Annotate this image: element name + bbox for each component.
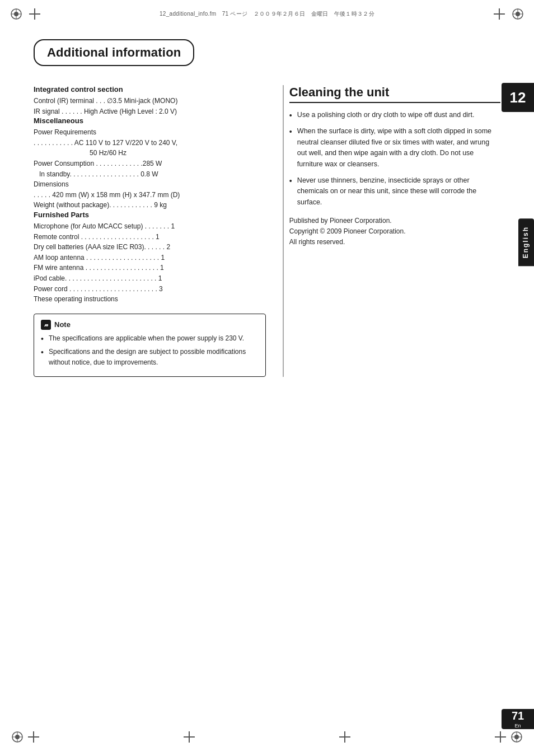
note-icon: 𝓃 bbox=[41, 320, 51, 330]
furnished-line-2: Remote control . . . . . . . . . . . . .… bbox=[34, 232, 266, 242]
furnished-line-4: AM loop antenna . . . . . . . . . . . . … bbox=[34, 253, 266, 263]
english-tab: English bbox=[518, 218, 534, 266]
furnished-line-5: FM wire antenna . . . . . . . . . . . . … bbox=[34, 263, 266, 273]
chapter-number: 12 bbox=[510, 89, 526, 106]
cleaning-bullets-list: Use a polishing cloth or dry cloth to wi… bbox=[289, 110, 500, 208]
note-header: 𝓃 Note bbox=[41, 320, 259, 330]
file-info: 12_additional_info.fm 71 ページ ２００９年２月６日 金… bbox=[40, 10, 494, 18]
furnished-line-7: Power cord . . . . . . . . . . . . . . .… bbox=[34, 284, 266, 295]
miscellaneous-heading: Miscellaneous bbox=[34, 116, 266, 125]
bottom-center-cross-1 bbox=[184, 731, 195, 743]
furnished-parts-section: Furnished Parts Microphone (for Auto MCA… bbox=[34, 211, 266, 305]
bottom-center-marks bbox=[339, 731, 350, 743]
misc-line-5: In standby. . . . . . . . . . . . . . . … bbox=[34, 169, 266, 180]
published-line-2: Copyright © 2009 Pioneer Corporation. bbox=[289, 226, 500, 237]
top-right-marks bbox=[494, 8, 524, 20]
misc-line-4: Power Consumption . . . . . . . . . . . … bbox=[34, 158, 266, 169]
published-line-1: Published by Pioneer Corporation. bbox=[289, 216, 500, 226]
two-column-layout: Integrated control section Control (IR) … bbox=[34, 85, 500, 377]
integrated-line-1: Control (IR) terminal . . . ∅3.5 Mini-ja… bbox=[34, 96, 266, 106]
bottom-center-cross-2 bbox=[339, 731, 350, 743]
miscellaneous-section: Miscellaneous Power Requirements . . . .… bbox=[34, 116, 266, 211]
page-number: 71 bbox=[512, 710, 524, 722]
right-column: Cleaning the unit Use a polishing cloth … bbox=[283, 85, 500, 377]
bottom-left-cross bbox=[28, 731, 39, 743]
bottom-registration-row bbox=[0, 726, 534, 748]
page-title: Additional information bbox=[47, 45, 181, 60]
integrated-line-2: IR signal . . . . . . High Active (High … bbox=[34, 106, 266, 117]
top-left-marks bbox=[10, 8, 40, 20]
furnished-parts-heading: Furnished Parts bbox=[34, 211, 266, 219]
misc-line-8: Weight (without package). . . . . . . . … bbox=[34, 200, 266, 211]
furnished-line-6: iPod cable. . . . . . . . . . . . . . . … bbox=[34, 273, 266, 284]
left-column: Integrated control section Control (IR) … bbox=[34, 85, 266, 377]
misc-line-7: . . . . . 420 mm (W) x 158 mm (H) x 347.… bbox=[34, 190, 266, 200]
bottom-center-left-marks bbox=[184, 731, 195, 743]
furnished-line-3: Dry cell batteries (AAA size IEC R03). .… bbox=[34, 242, 266, 253]
misc-line-2: . . . . . . . . . . . AC 110 V to 127 V/… bbox=[34, 138, 266, 148]
page-en-label: En bbox=[514, 723, 521, 729]
top-right-spiral bbox=[512, 8, 524, 20]
misc-line-6: Dimensions bbox=[34, 179, 266, 190]
bottom-right-cross bbox=[495, 731, 506, 743]
cleaning-bullet-1: Use a polishing cloth or dry cloth to wi… bbox=[289, 110, 500, 120]
published-info: Published by Pioneer Corporation. Copyri… bbox=[289, 216, 500, 248]
furnished-line-8: These operating instructions bbox=[34, 294, 266, 305]
note-heading: Note bbox=[54, 320, 71, 329]
integrated-control-section: Integrated control section Control (IR) … bbox=[34, 85, 266, 116]
bottom-right-marks bbox=[495, 731, 523, 743]
bottom-left-marks bbox=[11, 731, 39, 743]
page-number-badge: 71 En bbox=[502, 709, 534, 729]
note-bullet-2: Specifications and the design are subjec… bbox=[41, 347, 259, 367]
chapter-badge: 12 bbox=[502, 83, 534, 112]
misc-line-3: 50 Hz/60 Hz bbox=[34, 148, 266, 158]
miscellaneous-content: Power Requirements . . . . . . . . . . .… bbox=[34, 127, 266, 211]
note-bullets-list: The specifications are applicable when t… bbox=[41, 333, 259, 368]
misc-line-1: Power Requirements bbox=[34, 127, 266, 138]
bottom-right-spiral bbox=[510, 731, 523, 743]
top-right-cross bbox=[494, 8, 505, 20]
top-registration-row: 12_additional_info.fm 71 ページ ２００９年２月６日 金… bbox=[0, 0, 534, 28]
cleaning-bullet-3: Never use thinners, benzine, insecticide… bbox=[289, 175, 500, 208]
cleaning-bullet-2: When the surface is dirty, wipe with a s… bbox=[289, 126, 500, 170]
bottom-left-spiral bbox=[11, 731, 24, 743]
integrated-control-content: Control (IR) terminal . . . ∅3.5 Mini-ja… bbox=[34, 96, 266, 116]
cleaning-title: Cleaning the unit bbox=[289, 85, 500, 103]
furnished-line-1: Microphone (for Auto MCACC setup) . . . … bbox=[34, 221, 266, 232]
top-left-cross bbox=[29, 8, 40, 20]
integrated-control-heading: Integrated control section bbox=[34, 85, 266, 94]
section-header-box: Additional information bbox=[34, 39, 194, 66]
top-left-spiral bbox=[10, 8, 22, 20]
note-box: 𝓃 Note The specifications are applicable… bbox=[34, 314, 266, 377]
note-bullet-1: The specifications are applicable when t… bbox=[41, 333, 259, 344]
main-content: Additional information Integrated contro… bbox=[0, 34, 534, 399]
page-container: 12_additional_info.fm 71 ページ ２００９年２月６日 金… bbox=[0, 0, 534, 756]
english-tab-label: English bbox=[522, 226, 530, 258]
published-line-3: All rights reserved. bbox=[289, 237, 500, 248]
furnished-parts-content: Microphone (for Auto MCACC setup) . . . … bbox=[34, 221, 266, 305]
